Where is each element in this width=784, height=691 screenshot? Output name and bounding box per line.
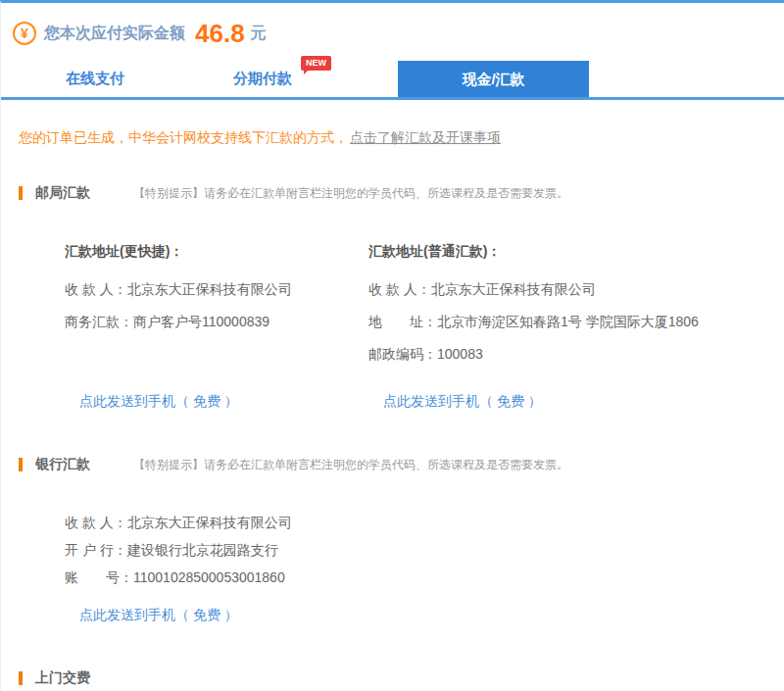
bank-account-rows: 收 款 人：北京东大正保科技有限公司 开 户 行：建设银行北京花园路支行 账 号… (65, 509, 784, 591)
post-remittance-tip: 【特别提示】请务必在汇款单附言栏注明您的学员代码、所选课程及是否需要发票。 (133, 185, 568, 202)
bank-branch-value: 建设银行北京花园路支行 (127, 542, 278, 558)
tab-cash-remittance[interactable]: 现金/汇款 (398, 61, 589, 97)
business-remit-value: 商户客户号110000839 (133, 314, 270, 329)
normal-address-heading: 汇款地址(普通汇款)： (368, 241, 780, 261)
payee-value: 北京东大正保科技有限公司 (431, 281, 596, 297)
tab-installment-label: 分期付款 (233, 70, 292, 86)
orange-bar-icon (19, 186, 23, 200)
payee-row: 收 款 人：北京东大正保科技有限公司 (65, 273, 368, 306)
account-number-row: 账 号：11001028500053001860 (65, 564, 784, 591)
payee-label: 收 款 人： (65, 281, 127, 297)
payee-value: 北京东大正保科技有限公司 (127, 515, 292, 530)
order-notice-text: 您的订单已生成，中华会计网校支持线下汇款的方式， (19, 129, 348, 145)
order-notice: 您的订单已生成，中华会计网校支持线下汇款的方式，点击了解汇款及开课事项 (19, 129, 784, 147)
amount-label: 您本次应付实际金额 (44, 24, 185, 44)
fast-address-rows: 收 款 人：北京东大正保科技有限公司 商务汇款：商户客户号110000839 (65, 273, 368, 371)
amount-unit: 元 (251, 24, 267, 44)
zipcode-label: 邮政编码： (368, 346, 437, 362)
bank-branch-row: 开 户 行：建设银行北京花园路支行 (65, 536, 784, 564)
fast-remittance-column: 汇款地址(更快捷)： 收 款 人：北京东大正保科技有限公司 商务汇款：商户客户号… (65, 241, 368, 411)
bank-remittance-header: 银行汇款 【特别提示】请务必在汇款单附言栏注明您的学员代码、所选课程及是否需要发… (19, 456, 784, 473)
normal-remittance-column: 汇款地址(普通汇款)： 收 款 人：北京东大正保科技有限公司 地 址：北京市海淀… (368, 241, 780, 411)
payee-label: 收 款 人： (65, 515, 127, 530)
zipcode-row: 邮政编码：100083 (368, 338, 780, 370)
payee-row: 收 款 人：北京东大正保科技有限公司 (368, 273, 780, 306)
fast-address-heading: 汇款地址(更快捷)： (65, 241, 368, 261)
address-value: 北京市海淀区知春路1号 学院国际大厦1806 (437, 314, 699, 329)
tab-online-payment[interactable]: 在线支付 (66, 70, 124, 88)
post-remittance-title: 邮局汇款 (35, 184, 90, 202)
orange-bar-icon (19, 458, 23, 471)
post-remittance-header: 邮局汇款 【特别提示】请务必在汇款单附言栏注明您的学员代码、所选课程及是否需要发… (19, 184, 784, 202)
account-number-value: 11001028500053001860 (133, 569, 285, 585)
send-to-phone-link-normal[interactable]: 点此发送到手机（ 免费 ） (383, 393, 542, 411)
bank-branch-label: 开 户 行： (65, 542, 127, 558)
bank-remittance-title: 银行汇款 (35, 456, 90, 473)
tab-installment[interactable]: 分期付款 NEW (233, 70, 292, 88)
zipcode-value: 100083 (437, 346, 483, 362)
normal-address-rows: 收 款 人：北京东大正保科技有限公司 地 址：北京市海淀区知春路1号 学院国际大… (368, 273, 780, 371)
orange-bar-icon (19, 671, 23, 685)
address-row: 地 址：北京市海淀区知春路1号 学院国际大厦1806 (368, 306, 780, 338)
address-label: 地 址： (368, 314, 437, 329)
payment-method-tabs: 在线支付 分期付款 NEW 现金/汇款 (1, 61, 784, 100)
business-remit-label: 商务汇款： (65, 314, 133, 329)
remittance-address-columns: 汇款地址(更快捷)： 收 款 人：北京东大正保科技有限公司 商务汇款：商户客户号… (65, 241, 784, 411)
yen-circle-icon: ¥ (13, 22, 36, 45)
payee-value: 北京东大正保科技有限公司 (127, 281, 292, 297)
amount-value: 46.8 (195, 19, 245, 49)
pay-onsite-title: 上门交费 (35, 669, 90, 687)
send-to-phone-link-fast[interactable]: 点此发送到手机（ 免费 ） (79, 393, 238, 411)
account-number-label: 账 号： (65, 569, 133, 585)
payee-label: 收 款 人： (368, 281, 431, 297)
new-badge: NEW (301, 56, 331, 71)
payee-row: 收 款 人：北京东大正保科技有限公司 (65, 509, 784, 536)
bank-remittance-tip: 【特别提示】请务必在汇款单附言栏注明您的学员代码、所选课程及是否需要发票。 (133, 457, 568, 473)
amount-header: ¥ 您本次应付实际金额 46.8 元 (13, 18, 784, 49)
business-remit-row: 商务汇款：商户客户号110000839 (65, 306, 368, 338)
send-to-phone-link-bank[interactable]: 点此发送到手机（ 免费 ） (79, 607, 238, 624)
remittance-info-link[interactable]: 点击了解汇款及开课事项 (350, 129, 501, 145)
pay-onsite-header: 上门交费 (19, 669, 784, 687)
cash-remittance-payment-page: ¥ 您本次应付实际金额 46.8 元 在线支付 分期付款 NEW 现金/汇款 您… (0, 0, 784, 691)
